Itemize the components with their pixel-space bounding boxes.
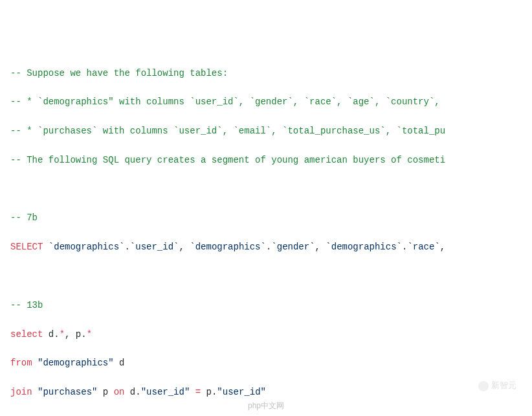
code-line: -- The following SQL query creates a seg… [10,153,522,167]
token-op: = [195,387,201,397]
token-op: * [87,329,92,340]
token-id [32,387,38,397]
watermark-text: 新智元 [491,379,516,393]
token-id: , [440,242,451,252]
token-id: p. [201,387,217,397]
token-str: "user_id" [141,387,190,397]
token-op: * [60,329,65,340]
token-str: "purchases" [38,387,97,397]
code-line: -- * `demographics" with columns `user_i… [10,95,522,109]
footer-text: php中文网 [248,400,284,412]
code-line: -- 13b [10,298,522,312]
token-kw: join [10,387,32,397]
token-kw: on [114,387,125,397]
code-line: join "purchases" p on d."user_id" = p."u… [10,385,522,399]
token-comment: -- * `purchases` with columns `user_id`,… [10,126,445,136]
code-line [10,269,522,283]
token-backtick: `race` [407,242,439,252]
code-line: SELECT `demographics`.`user_id`, `demogr… [10,240,522,254]
code-line: -- * `purchases` with columns `user_id`,… [10,124,522,138]
token-backtick: `gender` [271,242,315,252]
token-id [190,387,195,397]
token-comment: -- The following SQL query creates a seg… [10,155,445,165]
token-str: "demographics" [38,358,114,368]
token-comment: -- Suppose we have the following tables: [10,68,228,78]
watermark-icon [478,381,489,391]
code-line [10,182,522,196]
code-block: -- Suppose we have the following tables:… [10,66,522,416]
token-id: d. [43,329,59,340]
token-id: , [315,242,326,252]
token-id: d [114,358,125,368]
token-comment: -- 7b [10,213,38,223]
token-kw: SELECT [10,242,43,252]
token-id: , p. [65,329,87,340]
code-line: -- Suppose we have the following tables: [10,66,522,80]
token-str: "user_id" [217,387,266,397]
token-id [10,184,16,194]
token-backtick: `demographics` [326,242,402,252]
token-id: d. [124,387,140,397]
token-kw: from [10,358,32,368]
token-id: p [97,387,113,397]
token-id [43,242,48,252]
watermark-badge: 新智元 [478,379,516,393]
code-line: select d.*, p.* [10,327,522,341]
token-backtick: `demographics` [49,242,125,252]
token-id [32,358,38,368]
token-id [10,271,16,281]
token-comment: -- 13b [10,300,43,310]
code-line: from "demographics" d [10,356,522,370]
token-comment: -- * `demographics" with columns `user_i… [10,97,440,107]
token-kw: select [10,329,43,340]
token-backtick: `user_id` [130,242,179,252]
code-line: -- 7b [10,211,522,225]
token-id: . [124,242,129,252]
token-backtick: `demographics` [190,242,266,252]
token-id: , [179,242,190,252]
